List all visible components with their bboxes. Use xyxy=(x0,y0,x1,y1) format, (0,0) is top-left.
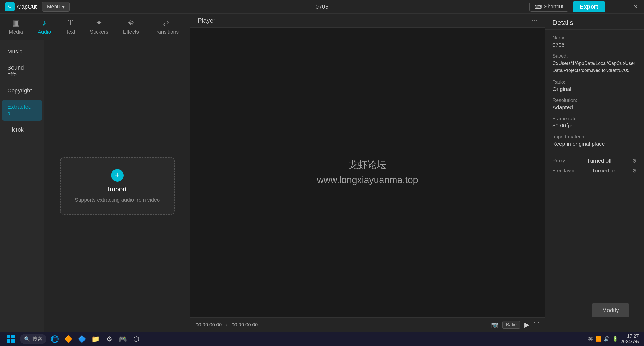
toolbar-item-transitions[interactable]: ⇄ Transitions xyxy=(151,17,181,36)
play-button[interactable]: ▶ xyxy=(524,321,529,329)
close-button[interactable]: ✕ xyxy=(633,4,639,10)
framerate-label: Frame rate: xyxy=(552,116,637,121)
watermark-line1: 龙虾论坛 xyxy=(317,157,418,172)
import-sublabel: Supports extracting audio from video xyxy=(75,197,160,203)
taskbar-app1-icon[interactable]: 🔶 xyxy=(63,334,74,344)
taskbar-app3-icon[interactable]: 🎮 xyxy=(117,334,128,344)
framerate-value: 30.00fps xyxy=(552,122,637,129)
ratio-value: Original xyxy=(552,86,637,92)
import-material-label: Import material: xyxy=(552,134,637,140)
taskbar-earth-icon[interactable]: 🌐 xyxy=(50,334,60,344)
watermark-line2: www.longxiayuanma.top xyxy=(317,172,418,188)
detail-saved: Saved: C:/Users/1/AppData/Local/CapCut/U… xyxy=(552,53,637,74)
free-layer-row: Free layer: Turned on ⚙ xyxy=(552,168,637,174)
detail-resolution: Resolution: Adapted xyxy=(552,97,637,110)
stickers-icon: ✦ xyxy=(96,18,102,27)
taskbar-battery-icon: 🔋 xyxy=(612,336,618,342)
taskbar-folder-icon[interactable]: 📁 xyxy=(90,334,101,344)
date-display: 2024/7/5 xyxy=(621,339,639,344)
sidebar: Music Sound effe... Copyright Extracted … xyxy=(0,40,44,332)
ratio-button[interactable]: Ratio xyxy=(502,321,520,329)
titlebar-right: ⌨ Shortcut Export ─ □ ✕ xyxy=(529,1,639,12)
sidebar-item-music[interactable]: Music xyxy=(2,45,42,59)
shortcut-label: Shortcut xyxy=(544,4,563,10)
time-total: 00:00:00:00 xyxy=(232,322,258,328)
titlebar: C CapCut Menu ▾ 0705 ⌨ Shortcut Export ─… xyxy=(0,0,644,14)
free-layer-label: Free layer: xyxy=(552,168,576,174)
resolution-value: Adapted xyxy=(552,104,637,110)
import-material-value: Keep in original place xyxy=(552,141,637,147)
keyboard-icon: ⌨ xyxy=(534,4,542,10)
screenshot-button[interactable]: 📷 xyxy=(491,322,498,328)
player-body: 龙虾论坛 www.longxiayuanma.top xyxy=(190,28,545,317)
toolbar: ▦ Media ♪ Audio 𝐓 Text ✦ Stickers ✵ Effe… xyxy=(0,14,190,40)
player-title: Player xyxy=(198,17,215,24)
app-name: CapCut xyxy=(17,3,37,10)
toolbar-item-text[interactable]: 𝐓 Text xyxy=(63,17,78,36)
maximize-button[interactable]: □ xyxy=(623,4,629,10)
toolbar-item-effects[interactable]: ✵ Effects xyxy=(120,17,141,36)
saved-value: C:/Users/1/AppData/Local/CapCut/User Dat… xyxy=(552,60,637,74)
stickers-label: Stickers xyxy=(90,29,108,35)
player-menu-icon[interactable]: ⋯ xyxy=(532,17,537,24)
time-separator: / xyxy=(226,322,227,328)
name-label: Name: xyxy=(552,35,637,41)
saved-label: Saved: xyxy=(552,53,637,59)
modify-button[interactable]: Modify xyxy=(592,303,629,317)
free-layer-settings-icon[interactable]: ⚙ xyxy=(632,168,637,174)
detail-ratio: Ratio: Original xyxy=(552,79,637,92)
svg-rect-3 xyxy=(11,339,15,343)
time-current: 00:00:00:00 xyxy=(196,322,222,328)
detail-import-material: Import material: Keep in original place xyxy=(552,134,637,147)
proxy-value: Turned off xyxy=(587,158,612,164)
sidebar-item-extracted[interactable]: Extracted a... xyxy=(2,100,42,121)
modify-section: Modify xyxy=(545,303,644,332)
import-plus-icon: + xyxy=(111,169,124,182)
effects-label: Effects xyxy=(123,29,139,35)
start-button[interactable] xyxy=(5,333,17,345)
import-box[interactable]: + Import Supports extracting audio from … xyxy=(60,157,175,215)
player-controls: 00:00:00:00 / 00:00:00:00 📷 Ratio ▶ ⛶ xyxy=(190,317,545,332)
sidebar-item-sound-effects[interactable]: Sound effe... xyxy=(2,61,42,82)
taskbar-time: 17:27 2024/7/5 xyxy=(621,333,639,344)
export-button[interactable]: Export xyxy=(573,1,605,12)
effects-icon: ✵ xyxy=(128,18,134,27)
svg-rect-0 xyxy=(7,335,10,338)
shortcut-button[interactable]: ⌨ Shortcut xyxy=(529,2,568,12)
svg-rect-2 xyxy=(7,339,10,343)
menu-chevron-icon: ▾ xyxy=(62,4,65,10)
toolbar-item-media[interactable]: ▦ Media xyxy=(6,17,26,36)
fullscreen-button[interactable]: ⛶ xyxy=(534,322,539,328)
left-inner: Music Sound effe... Copyright Extracted … xyxy=(0,40,190,332)
taskbar-app2-icon[interactable]: 🔷 xyxy=(77,334,87,344)
menu-button[interactable]: Menu ▾ xyxy=(42,2,70,12)
toolbar-item-audio[interactable]: ♪ Audio xyxy=(35,17,53,36)
content-area: + Import Supports extracting audio from … xyxy=(44,40,190,332)
transitions-label: Transitions xyxy=(153,29,179,35)
taskbar-app4-icon[interactable]: ⬡ xyxy=(131,334,141,344)
transitions-icon: ⇄ xyxy=(163,18,169,27)
proxy-settings-icon[interactable]: ⚙ xyxy=(632,158,637,164)
detail-name: Name: 0705 xyxy=(552,35,637,48)
taskbar: 🔍 搜索 🌐 🔶 🔷 📁 ⚙ 🎮 ⬡ 英 📶 🔊 🔋 17:27 2024/7/… xyxy=(0,332,644,346)
minimize-button[interactable]: ─ xyxy=(614,4,620,10)
player-header: Player ⋯ xyxy=(190,14,545,28)
proxy-label: Proxy: xyxy=(552,158,567,164)
right-panel: Details Name: 0705 Saved: C:/Users/1/App… xyxy=(545,14,644,332)
search-text: 搜索 xyxy=(32,336,42,342)
taskbar-settings-icon[interactable]: ⚙ xyxy=(104,334,114,344)
import-label: Import xyxy=(108,185,127,193)
proxy-section: Proxy: Turned off ⚙ Free layer: Turned o… xyxy=(552,153,637,174)
taskbar-network-icon: 📶 xyxy=(595,336,601,342)
search-bar[interactable]: 🔍 搜索 xyxy=(20,334,46,344)
proxy-row: Proxy: Turned off ⚙ xyxy=(552,158,637,164)
text-label: Text xyxy=(66,29,75,35)
left-panel: ▦ Media ♪ Audio 𝐓 Text ✦ Stickers ✵ Effe… xyxy=(0,14,190,332)
taskbar-lang: 英 xyxy=(588,336,593,342)
toolbar-item-stickers[interactable]: ✦ Stickers xyxy=(87,17,111,36)
sidebar-item-tiktok[interactable]: TikTok xyxy=(2,123,42,137)
audio-icon: ♪ xyxy=(43,18,46,27)
sidebar-item-copyright[interactable]: Copyright xyxy=(2,84,42,98)
search-icon: 🔍 xyxy=(24,336,30,342)
detail-framerate: Frame rate: 30.00fps xyxy=(552,116,637,129)
